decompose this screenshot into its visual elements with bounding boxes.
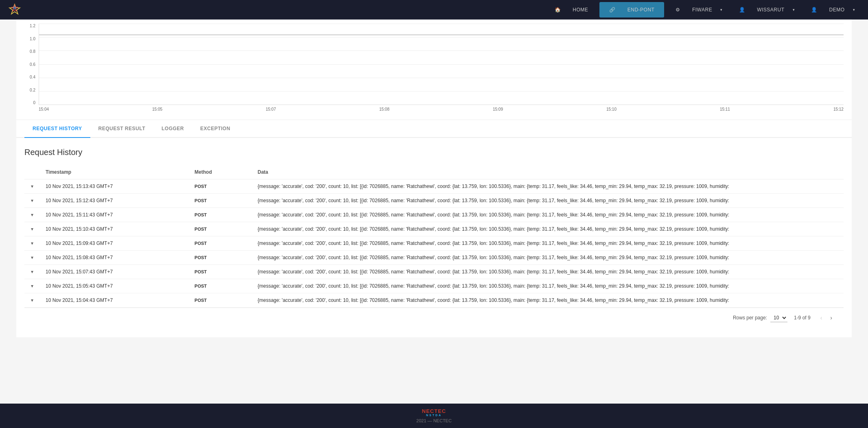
data-cell: {message: 'accurate', cod: '200', count:… <box>253 194 844 208</box>
footer-logo-main: NECTEC <box>422 408 446 414</box>
method-badge: POST <box>195 298 207 303</box>
method-badge: POST <box>195 255 207 260</box>
expand-cell[interactable]: ▾ <box>24 179 41 194</box>
expand-icon[interactable]: ▾ <box>29 182 35 191</box>
tab-request-result[interactable]: REQUEST RESULT <box>90 120 153 138</box>
star-icon <box>8 3 21 16</box>
page-title: Request History <box>24 148 844 157</box>
nav-item-home[interactable]: 🏠 HOME <box>545 2 598 17</box>
method-badge: POST <box>195 227 207 231</box>
main-content: 1.2 1.0 0.8 0.6 0.4 0.2 0 <box>0 20 868 404</box>
method-badge: POST <box>195 212 207 217</box>
tab-request-history[interactable]: REQUEST HISTORY <box>24 120 90 138</box>
x-label-1: 15:05 <box>152 107 162 111</box>
x-label-6: 15:11 <box>720 107 730 111</box>
home-icon: 🏠 <box>550 4 566 15</box>
data-cell: {message: 'accurate', cod: '200', count:… <box>253 222 844 236</box>
footer-logo-sub: NSTDA <box>426 414 442 417</box>
x-label-7: 15:12 <box>833 107 844 111</box>
data-cell: {message: 'accurate', cod: '200', count:… <box>253 251 844 265</box>
nav-item-wissarut[interactable]: 👤 WISSARUT <box>729 2 800 17</box>
chart-area <box>39 24 844 105</box>
tab-logger[interactable]: LOGGER <box>153 120 192 138</box>
expand-icon[interactable]: ▾ <box>29 267 35 276</box>
table-row: ▾ 10 Nov 2021, 15:04:43 GMT+7 POST {mess… <box>24 293 844 308</box>
expand-icon[interactable]: ▾ <box>29 253 35 262</box>
table-row: ▾ 10 Nov 2021, 15:12:43 GMT+7 POST {mess… <box>24 194 844 208</box>
expand-icon[interactable]: ▾ <box>29 282 35 290</box>
data-cell: {message: 'accurate', cod: '200', count:… <box>253 236 844 251</box>
method-badge: POST <box>195 198 207 203</box>
expand-cell[interactable]: ▾ <box>24 194 41 208</box>
method-cell: POST <box>190 265 253 279</box>
endpoint-icon: 🔗 <box>604 4 621 15</box>
chart-wrapper: 1.2 1.0 0.8 0.6 0.4 0.2 0 <box>24 24 844 105</box>
method-cell: POST <box>190 222 253 236</box>
expand-icon[interactable]: ▾ <box>29 239 35 248</box>
data-cell: {message: 'accurate', cod: '200', count:… <box>253 208 844 222</box>
page-nav: ‹ › <box>817 313 835 323</box>
nav-label-fiware: FIWARE <box>687 4 717 15</box>
expand-cell[interactable]: ▾ <box>24 236 41 251</box>
expand-icon[interactable]: ▾ <box>29 296 35 305</box>
navbar: 🏠 HOME 🔗 END-PONT ⚙ FIWARE 👤 WISSARUT <box>0 0 868 20</box>
timestamp-cell: 10 Nov 2021, 15:09:43 GMT+7 <box>41 236 190 251</box>
chart-x-axis: 15:04 15:05 15:07 15:08 15:09 15:10 15:1… <box>39 105 844 111</box>
table-row: ▾ 10 Nov 2021, 15:07:43 GMT+7 POST {mess… <box>24 265 844 279</box>
tabs-list: REQUEST HISTORY REQUEST RESULT LOGGER EX… <box>24 120 844 137</box>
nav-item-demo[interactable]: 👤 DEMO <box>801 2 860 17</box>
x-label-5: 15:10 <box>606 107 617 111</box>
table-row: ▾ 10 Nov 2021, 15:13:43 GMT+7 POST {mess… <box>24 179 844 194</box>
timestamp-cell: 10 Nov 2021, 15:12:43 GMT+7 <box>41 194 190 208</box>
tabs-container: REQUEST HISTORY REQUEST RESULT LOGGER EX… <box>16 120 852 138</box>
table-row: ▾ 10 Nov 2021, 15:05:43 GMT+7 POST {mess… <box>24 279 844 293</box>
timestamp-cell: 10 Nov 2021, 15:13:43 GMT+7 <box>41 179 190 194</box>
col-method: Method <box>190 165 253 179</box>
expand-icon[interactable]: ▾ <box>29 210 35 219</box>
rows-per-page-section: Rows per page: 10 25 50 <box>733 314 787 322</box>
expand-icon[interactable]: ▾ <box>29 225 35 234</box>
expand-cell[interactable]: ▾ <box>24 251 41 265</box>
data-table: Timestamp Method Data ▾ 10 Nov 2021, 15:… <box>24 165 844 308</box>
nav-item-endpoint[interactable]: 🔗 END-PONT <box>599 2 664 17</box>
timestamp-cell: 10 Nov 2021, 15:07:43 GMT+7 <box>41 265 190 279</box>
method-cell: POST <box>190 194 253 208</box>
tab-exception[interactable]: EXCEPTION <box>192 120 238 138</box>
nav-label-demo: DEMO <box>824 4 850 15</box>
expand-cell[interactable]: ▾ <box>24 222 41 236</box>
timestamp-cell: 10 Nov 2021, 15:11:43 GMT+7 <box>41 208 190 222</box>
expand-icon[interactable]: ▾ <box>29 196 35 205</box>
pagination: Rows per page: 10 25 50 1-9 of 9 ‹ › <box>24 308 844 328</box>
method-badge: POST <box>195 241 207 246</box>
table-row: ▾ 10 Nov 2021, 15:08:43 GMT+7 POST {mess… <box>24 251 844 265</box>
method-cell: POST <box>190 251 253 265</box>
timestamp-cell: 10 Nov 2021, 15:08:43 GMT+7 <box>41 251 190 265</box>
x-label-3: 15:08 <box>379 107 389 111</box>
nav-list: 🏠 HOME 🔗 END-PONT ⚙ FIWARE 👤 WISSARUT <box>545 2 860 17</box>
method-cell: POST <box>190 208 253 222</box>
y-label-7: 0 <box>33 100 35 105</box>
data-cell: {message: 'accurate', cod: '200', count:… <box>253 179 844 194</box>
table-body: ▾ 10 Nov 2021, 15:13:43 GMT+7 POST {mess… <box>24 179 844 308</box>
method-cell: POST <box>190 279 253 293</box>
expand-cell[interactable]: ▾ <box>24 208 41 222</box>
data-cell: {message: 'accurate', cod: '200', count:… <box>253 293 844 308</box>
table-header: Timestamp Method Data <box>24 165 844 179</box>
expand-cell[interactable]: ▾ <box>24 279 41 293</box>
y-label-2: 1.0 <box>30 37 35 41</box>
chart-svg <box>39 24 844 105</box>
nav-item-fiware[interactable]: ⚙ FIWARE <box>666 2 727 17</box>
table-row: ▾ 10 Nov 2021, 15:09:43 GMT+7 POST {mess… <box>24 236 844 251</box>
rows-per-page-select[interactable]: 10 25 50 <box>770 314 787 322</box>
expand-cell[interactable]: ▾ <box>24 293 41 308</box>
data-cell: {message: 'accurate', cod: '200', count:… <box>253 279 844 293</box>
expand-cell[interactable]: ▾ <box>24 265 41 279</box>
prev-page-button[interactable]: ‹ <box>817 313 826 323</box>
chart-container: 1.2 1.0 0.8 0.6 0.4 0.2 0 <box>16 20 852 120</box>
section-container: Request History Timestamp Method Data ▾ … <box>16 138 852 337</box>
col-data: Data <box>253 165 844 179</box>
y-label-5: 0.4 <box>30 75 35 79</box>
y-label-4: 0.6 <box>30 62 35 67</box>
chart-y-axis: 1.2 1.0 0.8 0.6 0.4 0.2 0 <box>24 24 39 105</box>
next-page-button[interactable]: › <box>827 313 835 323</box>
